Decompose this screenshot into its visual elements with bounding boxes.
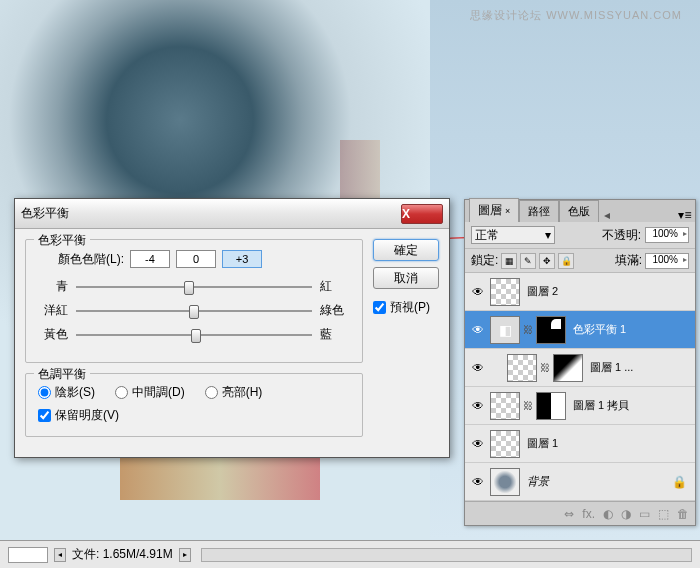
lock-icon: 🔒 <box>672 475 687 489</box>
layer-name[interactable]: 圖層 1 <box>523 436 691 451</box>
highlights-radio[interactable]: 亮部(H) <box>205 384 263 401</box>
lock-paint-icon[interactable]: ✎ <box>520 253 536 269</box>
add-mask-icon[interactable]: ◐ <box>603 507 613 521</box>
chevron-down-icon: ▾ <box>545 228 551 242</box>
group-legend: 色調平衡 <box>34 366 90 383</box>
magenta-green-slider[interactable] <box>76 304 312 318</box>
zoom-input[interactable] <box>8 547 48 563</box>
tab-layers[interactable]: 圖層 × <box>469 198 519 222</box>
layers-footer: ⇔ fx. ◐ ◑ ▭ ⬚ 🗑 <box>465 501 695 525</box>
visibility-eye-icon[interactable]: 👁 <box>469 321 487 339</box>
delete-layer-icon[interactable]: 🗑 <box>677 507 689 521</box>
close-icon: X <box>402 207 442 221</box>
tab-close-icon[interactable]: × <box>505 206 510 216</box>
fill-label: 填滿: <box>615 252 642 269</box>
yellow-blue-slider[interactable] <box>76 328 312 342</box>
preserve-luminosity-checkbox[interactable]: 保留明度(V) <box>38 407 350 424</box>
link-icon: ⛓ <box>523 400 533 411</box>
new-layer-icon[interactable]: ⬚ <box>658 507 669 521</box>
file-info: 文件: 1.65M/4.91M <box>72 546 173 563</box>
adjustment-layer-icon[interactable]: ◑ <box>621 507 631 521</box>
layer-name[interactable]: 色彩平衡 1 <box>569 322 691 337</box>
layer-item[interactable]: 👁 ⛓ 圖層 1 ... <box>465 349 695 387</box>
group-legend: 色彩平衡 <box>34 232 90 249</box>
layer-item[interactable]: 👁 ◧ ⛓ 色彩平衡 1 <box>465 311 695 349</box>
link-layers-icon[interactable]: ⇔ <box>564 507 574 521</box>
layer-item[interactable]: 👁 圖層 1 <box>465 425 695 463</box>
lock-label: 鎖定: <box>471 252 498 269</box>
layer-item[interactable]: 👁 圖層 2 <box>465 273 695 311</box>
ok-button[interactable]: 確定 <box>373 239 439 261</box>
lock-all-icon[interactable]: 🔒 <box>558 253 574 269</box>
mask-thumbnail[interactable] <box>536 316 566 344</box>
slider-left-label: 洋紅 <box>38 302 68 319</box>
layer-name[interactable]: 圖層 1 拷貝 <box>569 398 691 413</box>
cancel-button[interactable]: 取消 <box>373 267 439 289</box>
layer-fx-icon[interactable]: fx. <box>582 507 595 521</box>
level-yellow-blue-input[interactable] <box>222 250 262 268</box>
info-menu-icon[interactable]: ▸ <box>179 548 191 562</box>
opacity-label: 不透明: <box>602 227 641 244</box>
midtones-radio[interactable]: 中間調(D) <box>115 384 185 401</box>
layer-name[interactable]: 背景 <box>523 474 669 489</box>
layers-panel: 圖層 × 路徑 色版 ◂ ▾≡ 正常▾ 不透明: 100% 鎖定: ▦ ✎ ✥ … <box>464 199 696 526</box>
slider-thumb[interactable] <box>189 305 199 319</box>
level-magenta-green-input[interactable] <box>176 250 216 268</box>
close-button[interactable]: X <box>401 204 443 224</box>
fill-input[interactable]: 100% <box>645 253 689 269</box>
slider-right-label: 藍 <box>320 326 350 343</box>
preview-checkbox[interactable]: 預視(P) <box>373 299 439 316</box>
layer-name[interactable]: 圖層 1 ... <box>586 360 691 375</box>
panel-menu-icon[interactable]: ▾≡ <box>675 208 695 222</box>
tab-paths[interactable]: 路徑 <box>519 200 559 222</box>
new-group-icon[interactable]: ▭ <box>639 507 650 521</box>
layer-thumbnail[interactable] <box>490 430 520 458</box>
watermark-text: 思缘设计论坛 WWW.MISSYUAN.COM <box>470 8 682 23</box>
visibility-eye-icon[interactable]: 👁 <box>469 283 487 301</box>
visibility-eye-icon[interactable]: 👁 <box>469 473 487 491</box>
slider-left-label: 青 <box>38 278 68 295</box>
layer-item[interactable]: 👁 背景 🔒 <box>465 463 695 501</box>
link-icon: ⛓ <box>523 324 533 335</box>
levels-label: 顏色色階(L): <box>58 251 124 268</box>
slider-thumb[interactable] <box>191 329 201 343</box>
dialog-titlebar[interactable]: 色彩平衡 X <box>15 199 449 229</box>
layer-thumbnail[interactable] <box>507 354 537 382</box>
slider-right-label: 紅 <box>320 278 350 295</box>
slider-left-label: 黃色 <box>38 326 68 343</box>
dialog-title: 色彩平衡 <box>21 205 401 222</box>
layer-item[interactable]: 👁 ⛓ 圖層 1 拷貝 <box>465 387 695 425</box>
opacity-input[interactable]: 100% <box>645 227 689 243</box>
layer-list: 👁 圖層 2 👁 ◧ ⛓ 色彩平衡 1 👁 ⛓ 圖層 1 ... 👁 ⛓ 圖層 … <box>465 273 695 501</box>
layer-name[interactable]: 圖層 2 <box>523 284 691 299</box>
lock-position-icon[interactable]: ✥ <box>539 253 555 269</box>
visibility-eye-icon[interactable]: 👁 <box>469 359 487 377</box>
tone-balance-group: 色調平衡 陰影(S) 中間調(D) 亮部(H) 保留明度(V) <box>25 373 363 437</box>
visibility-eye-icon[interactable]: 👁 <box>469 435 487 453</box>
color-balance-dialog: 色彩平衡 X 色彩平衡 顏色色階(L): 青 紅 洋紅 <box>14 198 450 458</box>
panel-collapse-icon[interactable]: ◂ <box>599 208 615 222</box>
mask-thumbnail[interactable] <box>553 354 583 382</box>
scrollbar-horizontal[interactable] <box>201 548 692 562</box>
level-cyan-red-input[interactable] <box>130 250 170 268</box>
mask-thumbnail[interactable] <box>536 392 566 420</box>
layer-thumbnail[interactable] <box>490 278 520 306</box>
slider-thumb[interactable] <box>184 281 194 295</box>
adjustment-thumbnail[interactable]: ◧ <box>490 316 520 344</box>
layer-thumbnail[interactable] <box>490 468 520 496</box>
tab-channels[interactable]: 色版 <box>559 200 599 222</box>
slider-right-label: 綠色 <box>320 302 350 319</box>
link-icon: ⛓ <box>540 362 550 373</box>
blend-mode-select[interactable]: 正常▾ <box>471 226 555 244</box>
panel-tabs: 圖層 × 路徑 色版 ◂ ▾≡ <box>465 200 695 222</box>
layer-thumbnail[interactable] <box>490 392 520 420</box>
visibility-eye-icon[interactable]: 👁 <box>469 397 487 415</box>
color-balance-group: 色彩平衡 顏色色階(L): 青 紅 洋紅 綠色 <box>25 239 363 363</box>
status-bar: ◂ 文件: 1.65M/4.91M ▸ <box>0 540 700 568</box>
nav-left-icon[interactable]: ◂ <box>54 548 66 562</box>
lock-transparency-icon[interactable]: ▦ <box>501 253 517 269</box>
cyan-red-slider[interactable] <box>76 280 312 294</box>
shadows-radio[interactable]: 陰影(S) <box>38 384 95 401</box>
